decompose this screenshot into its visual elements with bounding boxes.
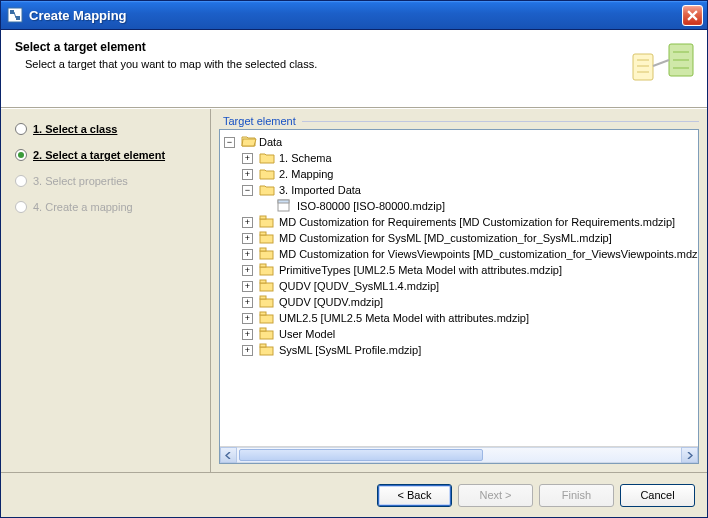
scroll-thumb[interactable] [239, 449, 483, 461]
tree-node[interactable]: −Data [224, 134, 696, 150]
chevron-right-icon [686, 452, 693, 459]
svg-rect-20 [260, 248, 266, 251]
tree-node[interactable]: +User Model [242, 326, 696, 342]
tree-node-label: 1. Schema [279, 150, 332, 166]
tree-node-label: QUDV [QUDV_SysML1.4.mdzip] [279, 278, 439, 294]
tree-node[interactable]: +MD Customization for SysML [MD_customiz… [242, 230, 696, 246]
tree-node[interactable]: +1. Schema [242, 150, 696, 166]
finish-button[interactable]: Finish [539, 484, 614, 507]
tree-node-label: MD Customization for ViewsViewpoints [MD… [279, 246, 698, 262]
tree-container: −Data+1. Schema+2. Mapping−3. Imported D… [219, 129, 699, 464]
wizard-step-label: 2. Select a target element [33, 149, 165, 161]
scroll-track[interactable] [237, 447, 681, 463]
svg-rect-22 [260, 264, 266, 267]
expand-toggle[interactable]: + [242, 169, 253, 180]
tree-node-label: UML2.5 [UML2.5 Meta Model with attribute… [279, 310, 529, 326]
close-button[interactable] [682, 5, 703, 26]
wizard-step-label: 1. Select a class [33, 123, 117, 135]
folder-icon [259, 151, 275, 165]
tree-node[interactable]: +PrimitiveTypes [UML2.5 Meta Model with … [242, 262, 696, 278]
pkg-icon [259, 279, 275, 293]
toggle-spacer [260, 201, 271, 212]
scroll-left-button[interactable] [220, 447, 237, 463]
expand-toggle[interactable]: + [242, 345, 253, 356]
folder-icon [259, 167, 275, 181]
pkg-icon [259, 247, 275, 261]
tree-node-label: MD Customization for Requirements [MD Cu… [279, 214, 675, 230]
target-tree[interactable]: −Data+1. Schema+2. Mapping−3. Imported D… [224, 134, 696, 358]
svg-rect-29 [260, 331, 273, 339]
tree-node-label: QUDV [QUDV.mdzip] [279, 294, 383, 310]
collapse-toggle[interactable]: − [224, 137, 235, 148]
svg-rect-15 [260, 219, 273, 227]
window-icon [7, 7, 23, 23]
pkg-icon [259, 231, 275, 245]
tree-node[interactable]: +2. Mapping [242, 166, 696, 182]
close-icon [687, 10, 698, 21]
svg-rect-17 [260, 235, 273, 243]
expand-toggle[interactable]: + [242, 281, 253, 292]
folder-open-icon [241, 134, 257, 151]
wizard-step[interactable]: 2. Select a target element [15, 149, 202, 161]
tree-node-label: 2. Mapping [279, 166, 333, 182]
scroll-right-button[interactable] [681, 447, 698, 463]
page-title: Select a target element [15, 40, 693, 54]
tree-node[interactable]: +SysML [SysML Profile.mdzip] [242, 342, 696, 358]
button-bar: < Back Next > Finish Cancel [1, 472, 707, 517]
tree-node-label: 3. Imported Data [279, 182, 361, 198]
expand-toggle[interactable]: + [242, 313, 253, 324]
tree-scroll[interactable]: −Data+1. Schema+2. Mapping−3. Imported D… [220, 130, 698, 446]
horizontal-scrollbar[interactable] [220, 446, 698, 463]
svg-rect-4 [633, 54, 653, 80]
radio-icon [15, 123, 27, 135]
expand-toggle[interactable]: + [242, 153, 253, 164]
svg-rect-21 [260, 267, 273, 275]
wizard-step-label: 4. Create a mapping [33, 201, 133, 213]
svg-rect-23 [260, 283, 273, 291]
svg-rect-28 [260, 312, 266, 315]
tree-node[interactable]: ISO-80000 [ISO-80000.mdzip] [260, 198, 696, 214]
cancel-button[interactable]: Cancel [620, 484, 695, 507]
svg-rect-31 [260, 347, 273, 355]
svg-rect-19 [260, 251, 273, 259]
tree-node[interactable]: +UML2.5 [UML2.5 Meta Model with attribut… [242, 310, 696, 326]
pkg-icon [259, 215, 275, 229]
header-graphic-icon [627, 38, 697, 98]
svg-rect-1 [10, 10, 14, 14]
window-title: Create Mapping [29, 8, 127, 23]
expand-toggle[interactable]: + [242, 217, 253, 228]
next-button[interactable]: Next > [458, 484, 533, 507]
tree-node-label: ISO-80000 [ISO-80000.mdzip] [297, 198, 445, 214]
expand-toggle[interactable]: + [242, 265, 253, 276]
svg-rect-32 [260, 344, 266, 347]
expand-toggle[interactable]: + [242, 297, 253, 308]
radio-icon [15, 175, 27, 187]
wizard-step[interactable]: 1. Select a class [15, 123, 202, 135]
group-label: Target element [219, 115, 699, 127]
expand-toggle[interactable]: + [242, 233, 253, 244]
group-label-text: Target element [223, 115, 296, 127]
back-button[interactable]: < Back [377, 484, 452, 507]
pkg-icon [259, 311, 275, 325]
tree-node-label: User Model [279, 326, 335, 342]
svg-rect-27 [260, 315, 273, 323]
tree-node[interactable]: +MD Customization for ViewsViewpoints [M… [242, 246, 696, 262]
target-panel: Target element −Data+1. Schema+2. Mappin… [211, 109, 707, 472]
wizard-step: 4. Create a mapping [15, 201, 202, 213]
expand-toggle[interactable]: + [242, 249, 253, 260]
svg-rect-14 [278, 200, 289, 203]
tree-node[interactable]: +QUDV [QUDV.mdzip] [242, 294, 696, 310]
file-icon [277, 199, 293, 213]
tree-node[interactable]: −3. Imported Data [242, 182, 696, 198]
svg-rect-25 [260, 299, 273, 307]
tree-node[interactable]: +QUDV [QUDV_SysML1.4.mdzip] [242, 278, 696, 294]
expand-toggle[interactable]: + [242, 329, 253, 340]
svg-rect-26 [260, 296, 266, 299]
collapse-toggle[interactable]: − [242, 185, 253, 196]
tree-node[interactable]: +MD Customization for Requirements [MD C… [242, 214, 696, 230]
page-subtitle: Select a target that you want to map wit… [15, 58, 693, 70]
svg-rect-30 [260, 328, 266, 331]
tree-node-label: MD Customization for SysML [MD_customiza… [279, 230, 612, 246]
svg-rect-24 [260, 280, 266, 283]
title-bar: Create Mapping [1, 1, 707, 30]
